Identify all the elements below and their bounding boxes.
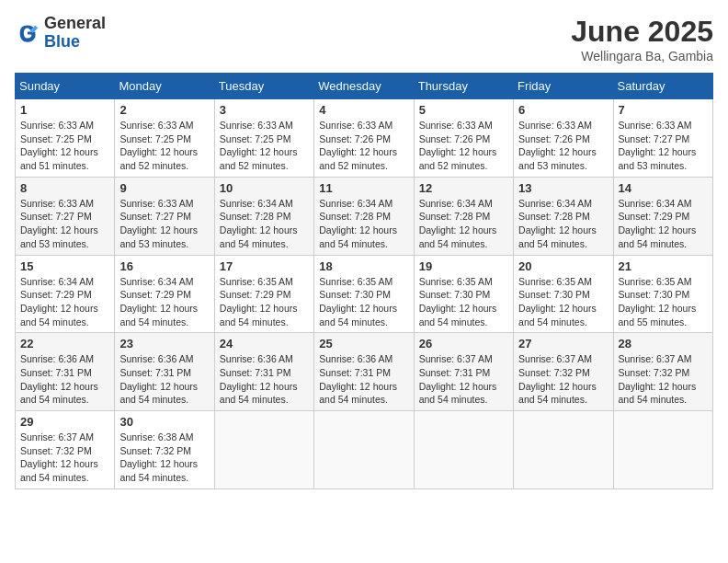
day-number: 4	[319, 103, 408, 117]
day-number: 19	[419, 259, 508, 273]
calendar-week-row: 8 Sunrise: 6:33 AM Sunset: 7:27 PM Dayli…	[16, 177, 713, 255]
day-number: 29	[20, 415, 109, 429]
logo-text: General Blue	[44, 15, 106, 52]
day-info: Sunrise: 6:34 AM Sunset: 7:28 PM Dayligh…	[220, 197, 309, 251]
sunrise-label: Sunrise: 6:36 AM	[119, 353, 193, 364]
sunrise-label: Sunrise: 6:36 AM	[319, 353, 392, 364]
sunrise-label: Sunrise: 6:33 AM	[619, 120, 692, 131]
day-number: 10	[220, 181, 309, 195]
daylight-label: Daylight: 12 hours and 54 minutes.	[419, 224, 497, 249]
sunrise-label: Sunrise: 6:35 AM	[518, 276, 592, 287]
day-number: 3	[220, 103, 309, 117]
daylight-label: Daylight: 12 hours and 52 minutes.	[220, 146, 298, 171]
daylight-label: Daylight: 12 hours and 53 minutes.	[119, 224, 198, 249]
calendar-cell: 21 Sunrise: 6:35 AM Sunset: 7:30 PM Dayl…	[613, 255, 712, 333]
day-number: 9	[119, 181, 209, 195]
sunset-label: Sunset: 7:27 PM	[20, 211, 92, 222]
logo: General Blue	[15, 15, 106, 52]
header-friday: Friday	[514, 74, 613, 99]
daylight-label: Daylight: 12 hours and 52 minutes.	[319, 146, 397, 171]
day-number: 22	[20, 337, 109, 350]
calendar-cell: 12 Sunrise: 6:34 AM Sunset: 7:28 PM Dayl…	[414, 177, 513, 255]
calendar-cell	[514, 411, 613, 489]
sunset-label: Sunset: 7:28 PM	[419, 211, 491, 222]
sunset-label: Sunset: 7:26 PM	[518, 133, 590, 144]
calendar-week-row: 29 Sunrise: 6:37 AM Sunset: 7:32 PM Dayl…	[16, 411, 713, 489]
sunrise-label: Sunrise: 6:35 AM	[419, 276, 493, 287]
day-number: 20	[518, 259, 608, 273]
calendar-cell: 5 Sunrise: 6:33 AM Sunset: 7:26 PM Dayli…	[414, 99, 513, 178]
daylight-label: Daylight: 12 hours and 52 minutes.	[419, 146, 497, 171]
logo-general-text: General	[44, 15, 106, 33]
day-info: Sunrise: 6:33 AM Sunset: 7:26 PM Dayligh…	[319, 119, 408, 173]
sunset-label: Sunset: 7:31 PM	[20, 367, 92, 378]
day-number: 16	[119, 259, 209, 273]
day-number: 6	[518, 103, 608, 117]
day-info: Sunrise: 6:33 AM Sunset: 7:25 PM Dayligh…	[20, 119, 109, 173]
day-number: 13	[518, 181, 608, 195]
daylight-label: Daylight: 12 hours and 55 minutes.	[619, 303, 697, 327]
header-thursday: Thursday	[414, 74, 513, 99]
daylight-label: Daylight: 12 hours and 54 minutes.	[119, 458, 198, 483]
day-info: Sunrise: 6:33 AM Sunset: 7:27 PM Dayligh…	[119, 197, 209, 251]
sunset-label: Sunset: 7:31 PM	[119, 367, 191, 378]
daylight-label: Daylight: 12 hours and 54 minutes.	[319, 224, 397, 249]
sunset-label: Sunset: 7:28 PM	[220, 211, 291, 222]
calendar-week-row: 22 Sunrise: 6:36 AM Sunset: 7:31 PM Dayl…	[16, 333, 713, 411]
day-info: Sunrise: 6:38 AM Sunset: 7:32 PM Dayligh…	[119, 431, 209, 485]
daylight-label: Daylight: 12 hours and 54 minutes.	[518, 303, 597, 327]
sunset-label: Sunset: 7:32 PM	[619, 367, 690, 378]
header-tuesday: Tuesday	[214, 74, 313, 99]
calendar-cell: 26 Sunrise: 6:37 AM Sunset: 7:31 PM Dayl…	[414, 333, 513, 411]
header-sunday: Sunday	[16, 74, 115, 99]
calendar-cell: 4 Sunrise: 6:33 AM Sunset: 7:26 PM Dayli…	[314, 99, 414, 178]
day-number: 26	[419, 337, 508, 350]
daylight-label: Daylight: 12 hours and 54 minutes.	[119, 303, 198, 327]
day-info: Sunrise: 6:36 AM Sunset: 7:31 PM Dayligh…	[220, 352, 309, 407]
sunset-label: Sunset: 7:29 PM	[220, 289, 291, 300]
sunset-label: Sunset: 7:30 PM	[518, 289, 590, 300]
logo-icon	[15, 20, 40, 46]
day-number: 12	[419, 181, 508, 195]
sunrise-label: Sunrise: 6:36 AM	[20, 353, 94, 364]
sunrise-label: Sunrise: 6:34 AM	[319, 198, 392, 209]
sunset-label: Sunset: 7:32 PM	[518, 367, 590, 378]
sunset-label: Sunset: 7:30 PM	[619, 289, 690, 300]
sunset-label: Sunset: 7:32 PM	[20, 445, 92, 456]
sunset-label: Sunset: 7:30 PM	[419, 289, 491, 300]
sunrise-label: Sunrise: 6:33 AM	[518, 120, 592, 131]
sunset-label: Sunset: 7:27 PM	[119, 211, 191, 222]
day-number: 18	[319, 259, 408, 273]
daylight-label: Daylight: 12 hours and 54 minutes.	[220, 303, 298, 327]
calendar-cell: 19 Sunrise: 6:35 AM Sunset: 7:30 PM Dayl…	[414, 255, 513, 333]
sunrise-label: Sunrise: 6:37 AM	[20, 431, 94, 442]
day-info: Sunrise: 6:37 AM Sunset: 7:32 PM Dayligh…	[619, 352, 708, 407]
sunrise-label: Sunrise: 6:33 AM	[20, 198, 94, 209]
calendar-cell: 22 Sunrise: 6:36 AM Sunset: 7:31 PM Dayl…	[16, 333, 115, 411]
calendar-cell: 28 Sunrise: 6:37 AM Sunset: 7:32 PM Dayl…	[613, 333, 712, 411]
sunset-label: Sunset: 7:25 PM	[220, 133, 291, 144]
day-info: Sunrise: 6:34 AM Sunset: 7:28 PM Dayligh…	[518, 197, 608, 251]
sunrise-label: Sunrise: 6:33 AM	[419, 120, 493, 131]
day-number: 24	[220, 337, 309, 350]
day-info: Sunrise: 6:34 AM Sunset: 7:29 PM Dayligh…	[619, 197, 708, 251]
sunset-label: Sunset: 7:26 PM	[319, 133, 391, 144]
header-monday: Monday	[115, 74, 214, 99]
daylight-label: Daylight: 12 hours and 54 minutes.	[20, 303, 98, 327]
calendar-cell: 24 Sunrise: 6:36 AM Sunset: 7:31 PM Dayl…	[214, 333, 313, 411]
calendar-cell: 9 Sunrise: 6:33 AM Sunset: 7:27 PM Dayli…	[115, 177, 214, 255]
sunset-label: Sunset: 7:32 PM	[119, 445, 191, 456]
sunrise-label: Sunrise: 6:35 AM	[220, 276, 293, 287]
sunrise-label: Sunrise: 6:33 AM	[119, 120, 193, 131]
calendar-header-row: SundayMondayTuesdayWednesdayThursdayFrid…	[16, 74, 713, 99]
day-info: Sunrise: 6:37 AM Sunset: 7:32 PM Dayligh…	[518, 352, 608, 407]
calendar-cell: 13 Sunrise: 6:34 AM Sunset: 7:28 PM Dayl…	[514, 177, 613, 255]
day-info: Sunrise: 6:33 AM Sunset: 7:25 PM Dayligh…	[220, 119, 309, 173]
daylight-label: Daylight: 12 hours and 54 minutes.	[419, 303, 497, 327]
day-number: 7	[619, 103, 708, 117]
day-number: 17	[220, 259, 309, 273]
sunrise-label: Sunrise: 6:34 AM	[518, 198, 592, 209]
sunset-label: Sunset: 7:31 PM	[419, 367, 491, 378]
calendar-cell: 8 Sunrise: 6:33 AM Sunset: 7:27 PM Dayli…	[16, 177, 115, 255]
sunset-label: Sunset: 7:29 PM	[619, 211, 690, 222]
